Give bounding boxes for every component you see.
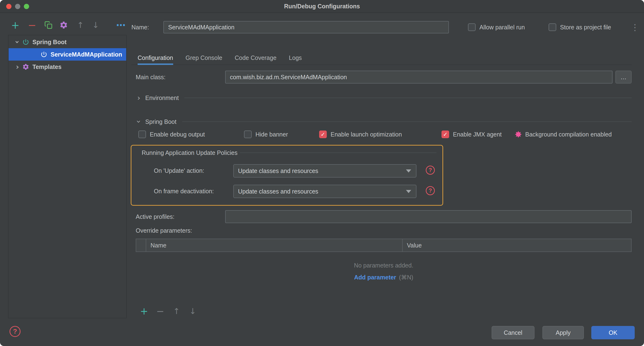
enable-jmx-agent-checkbox[interactable]: ✓ [442, 131, 449, 138]
value-column-header: Value [402, 239, 631, 251]
minimize-window-button[interactable] [15, 4, 20, 9]
environment-section-label: Environment [145, 95, 179, 101]
tree-item-label: ServiceMAdMApplication [50, 51, 122, 58]
on-update-action-label: On 'Update' action: [154, 164, 204, 177]
allow-parallel-run-label: Allow parallel run [480, 24, 525, 31]
window-title: Run/Debug Configurations [284, 3, 360, 10]
chevron-down-icon[interactable]: › [13, 38, 22, 47]
question-mark-icon: ? [428, 188, 432, 194]
hide-banner-label: Hide banner [256, 131, 288, 138]
title-bar: Run/Debug Configurations [0, 0, 644, 13]
name-input[interactable]: ServiceMAdMApplication [164, 21, 449, 34]
enable-jmx-agent-option[interactable]: ✓ Enable JMX agent [442, 128, 502, 141]
allow-parallel-run-option[interactable]: Allow parallel run [468, 21, 525, 34]
zoom-window-button[interactable] [24, 4, 29, 9]
tab-grep-console[interactable]: Grep Console [186, 51, 222, 65]
enable-debug-output-option[interactable]: Enable debug output [138, 128, 205, 141]
background-compilation-label: Background compilation enabled [525, 131, 612, 138]
tab-logs[interactable]: Logs [289, 51, 302, 65]
tab-code-coverage[interactable]: Code Coverage [235, 51, 276, 65]
close-window-button[interactable] [6, 4, 12, 9]
chevron-right-icon[interactable]: › [136, 93, 142, 102]
remove-configuration-icon[interactable]: − [26, 16, 38, 34]
enable-launch-optimization-label: Enable launch optimization [330, 131, 402, 138]
move-parameter-up-icon[interactable]: ↑ [170, 305, 183, 317]
tree-item-spring-boot[interactable]: › Spring Boot [8, 36, 126, 48]
apply-button[interactable]: Apply [542, 326, 584, 339]
on-update-action-dropdown[interactable]: Update classes and resources [233, 164, 416, 178]
move-down-icon[interactable]: ↓ [90, 16, 102, 34]
override-parameters-table: Name Value No parameters added. Add para… [136, 239, 632, 306]
on-frame-help-icon[interactable]: ? [426, 186, 435, 195]
cancel-button[interactable]: Cancel [492, 326, 534, 339]
section-separator [240, 152, 436, 153]
override-parameters-label: Override parameters: [136, 225, 192, 236]
browse-main-class-button[interactable]: … [616, 71, 632, 84]
on-frame-deactivation-dropdown[interactable]: Update classes and resources [233, 185, 416, 198]
main-class-input[interactable]: com.wish.biz.ad.m.ServiceMAdMApplication [225, 71, 612, 84]
enable-launch-optimization-checkbox[interactable]: ✓ [319, 131, 327, 138]
spring-boot-section-header[interactable]: › Spring Boot [136, 116, 632, 128]
table-header: Name Value [136, 239, 632, 252]
copy-configuration-icon[interactable] [42, 16, 54, 34]
more-actions-icon[interactable]: ⋯ [115, 16, 127, 34]
update-policies-title: Running Application Update Policies [142, 149, 238, 156]
update-policies-header: Running Application Update Policies [142, 147, 436, 158]
on-update-action-value: Update classes and resources [238, 168, 318, 174]
enable-launch-optimization-option[interactable]: ✓ Enable launch optimization [319, 128, 402, 141]
update-policies-highlight-box: Running Application Update Policies On '… [131, 145, 443, 206]
dropdown-arrow-icon [406, 190, 411, 193]
tree-item-label: Spring Boot [32, 39, 66, 46]
remove-parameter-icon[interactable]: − [154, 305, 166, 317]
run-debug-configurations-dialog: Run/Debug Configurations + − ↑ ↓ ⋯ › [0, 0, 644, 346]
main-class-value: com.wish.biz.ad.m.ServiceMAdMApplication [230, 74, 347, 81]
tree-item-templates[interactable]: › Templates [8, 61, 126, 73]
store-as-project-file-checkbox[interactable] [548, 23, 556, 31]
empty-table-text: No parameters added. [136, 262, 632, 269]
move-up-icon[interactable]: ↑ [74, 16, 86, 34]
templates-gear-icon [22, 63, 30, 71]
add-parameter-link[interactable]: Add parameter [354, 274, 396, 281]
add-parameter-icon[interactable]: + [138, 305, 150, 317]
spring-boot-power-icon [40, 50, 48, 59]
row-number-column-header [136, 239, 146, 251]
window-controls [6, 4, 29, 9]
move-parameter-down-icon[interactable]: ↓ [186, 305, 199, 317]
spring-boot-section-label: Spring Boot [145, 118, 176, 125]
allow-parallel-run-checkbox[interactable] [468, 23, 476, 31]
store-options-kebab-icon[interactable]: ⋮ [631, 21, 639, 34]
environment-section-header[interactable]: › Environment [136, 92, 632, 104]
section-separator [182, 121, 632, 122]
active-profiles-label: Active profiles: [136, 210, 174, 223]
sidebar-toolbar: + − ↑ ↓ ⋯ [8, 16, 127, 34]
active-profiles-input[interactable] [225, 210, 632, 223]
add-parameter-row: Add parameter (⌘N) [136, 274, 632, 281]
configuration-tabs: Configuration Grep Console Code Coverage… [132, 51, 632, 65]
name-input-value: ServiceMAdMApplication [168, 24, 234, 31]
configurations-tree: › Spring Boot ServiceMAdMApplication › [8, 35, 127, 318]
enable-jmx-agent-label: Enable JMX agent [453, 131, 502, 138]
table-body: No parameters added. Add parameter (⌘N) [136, 252, 632, 306]
on-update-help-icon[interactable]: ? [426, 166, 435, 175]
question-mark-icon: ? [428, 167, 432, 173]
add-configuration-icon[interactable]: + [9, 16, 22, 34]
on-frame-deactivation-value: Update classes and resources [238, 188, 318, 195]
main-class-label: Main class: [136, 71, 166, 84]
section-separator [184, 98, 632, 98]
edit-templates-gear-icon[interactable] [58, 16, 70, 34]
chevron-right-icon[interactable]: › [13, 62, 22, 71]
name-label: Name: [132, 21, 149, 34]
hide-banner-option[interactable]: Hide banner [244, 128, 288, 141]
tab-configuration[interactable]: Configuration [138, 51, 173, 65]
tree-item-service-application[interactable]: ServiceMAdMApplication [8, 48, 126, 61]
store-as-project-file-option[interactable]: Store as project file [548, 21, 611, 34]
on-frame-deactivation-label: On frame deactivation: [154, 185, 214, 198]
help-button[interactable]: ? [10, 326, 20, 337]
enable-debug-output-checkbox[interactable] [138, 131, 146, 138]
checkmark-icon: ✓ [320, 131, 325, 137]
chevron-down-icon[interactable]: › [136, 117, 142, 126]
spring-boot-power-icon [22, 38, 30, 46]
table-toolbar: + − ↑ ↓ [138, 305, 199, 317]
hide-banner-checkbox[interactable] [244, 131, 252, 138]
ok-button[interactable]: OK [591, 326, 635, 339]
